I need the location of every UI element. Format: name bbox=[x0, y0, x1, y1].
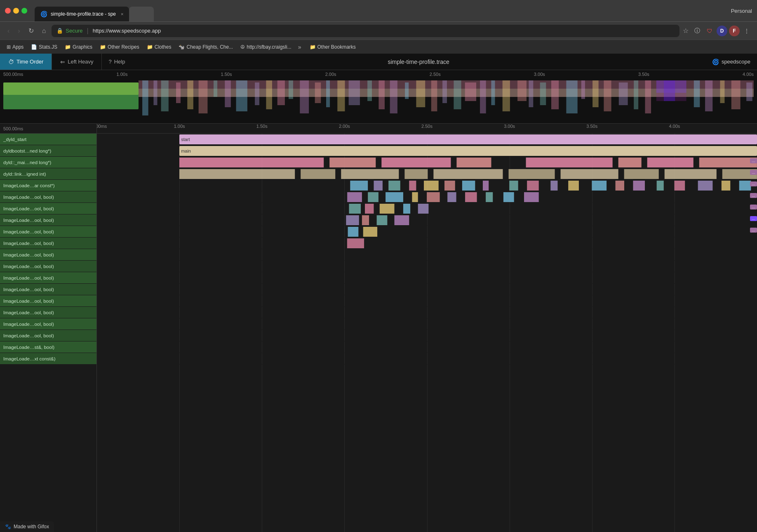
forward-button[interactable]: › bbox=[15, 26, 22, 36]
flame-label-row-5[interactable]: ImageLoade…ool, bool) bbox=[0, 191, 96, 203]
row4-svg bbox=[344, 181, 757, 191]
refresh-button[interactable]: ↻ bbox=[26, 25, 36, 36]
bookmark-apps[interactable]: ⊞ Apps bbox=[3, 42, 27, 52]
fc-row-9[interactable] bbox=[97, 238, 757, 249]
row6-svg bbox=[344, 204, 757, 214]
fc-row-19[interactable] bbox=[97, 353, 757, 365]
more-bookmarks-button[interactable]: » bbox=[296, 42, 304, 52]
bookmark-flights[interactable]: 🐄 Cheap Flights, Che... bbox=[175, 42, 236, 52]
fc-row-3[interactable]: … bbox=[97, 168, 757, 180]
bookmark-craigslist[interactable]: ☮ http://sfbay.craigsli... bbox=[237, 42, 295, 52]
flame-label-row-2[interactable]: dyld::_mai…ned long*) bbox=[0, 157, 96, 168]
row-label-17: ImageLoade…ool, bool) bbox=[3, 333, 54, 338]
flame-label-row-16[interactable]: ImageLoade…ool, bool) bbox=[0, 318, 96, 330]
fc-row-10[interactable] bbox=[97, 249, 757, 261]
flame-label-row-13[interactable]: ImageLoade…ool, bool) bbox=[0, 284, 96, 295]
flame-label-row-4[interactable]: ImageLoade…ar const*) bbox=[0, 180, 96, 191]
ruler-tick-15s: 1.50s bbox=[221, 72, 232, 77]
flame-label-row-6[interactable]: ImageLoade…ool, bool) bbox=[0, 203, 96, 214]
profile-f-icon[interactable]: F bbox=[729, 26, 740, 36]
fc-row-0[interactable]: start bbox=[97, 134, 757, 145]
fc-row-13[interactable] bbox=[97, 284, 757, 295]
flame-label-row-9[interactable]: ImageLoade…ool, bool) bbox=[0, 238, 96, 249]
ruler-tick-4s: 4.00s bbox=[743, 72, 754, 77]
gifox-label: Made with Gifox bbox=[14, 524, 49, 530]
fc-row-12[interactable] bbox=[97, 272, 757, 284]
row-label-14: ImageLoade…ool, bool) bbox=[3, 299, 54, 304]
profile-d-icon[interactable]: D bbox=[717, 26, 727, 36]
tab-close-button[interactable]: × bbox=[121, 12, 123, 16]
flame-label-row-19[interactable]: ImageLoade…xt const&) bbox=[0, 353, 96, 365]
flame-label-row-17[interactable]: ImageLoade…ool, bool) bbox=[0, 330, 96, 341]
block-start[interactable]: start bbox=[179, 134, 757, 144]
info-icon[interactable]: ⓘ bbox=[692, 26, 703, 36]
minimize-button[interactable] bbox=[13, 8, 19, 14]
back-button[interactable]: ‹ bbox=[5, 26, 12, 36]
flame-label-row-18[interactable]: ImageLoade…st&, bool) bbox=[0, 341, 96, 353]
fc-row-1[interactable]: main bbox=[97, 145, 757, 157]
bookmark-statsjs-label: Stats.JS bbox=[39, 44, 57, 50]
svg-rect-26 bbox=[442, 80, 447, 103]
fc-row-11[interactable] bbox=[97, 261, 757, 272]
svg-rect-27 bbox=[454, 80, 461, 109]
home-button[interactable]: ⌂ bbox=[40, 26, 49, 36]
flame-label-row-0[interactable]: _dyld_start bbox=[0, 134, 96, 145]
fc-row-14[interactable] bbox=[97, 295, 757, 307]
flame-label-row-7[interactable]: ImageLoade…ool, bool) bbox=[0, 214, 96, 226]
close-button[interactable] bbox=[5, 8, 11, 14]
flame-label-row-15[interactable]: ImageLoade…ool, bool) bbox=[0, 307, 96, 318]
maximize-button[interactable] bbox=[21, 8, 27, 14]
speedscope-app: ⏱ Time Order ⇐ Left Heavy ? Help simple-… bbox=[0, 54, 757, 532]
mini-timeline[interactable]: 500.00ms 1.00s 1.50s 2.00s 2.50s 3.00s 3… bbox=[0, 70, 757, 124]
row6-ellipsis[interactable]: … bbox=[750, 205, 757, 210]
address-input[interactable]: 🔒 Secure | https://www.speedscope.app bbox=[52, 25, 679, 37]
fc-row-7[interactable]: … bbox=[97, 214, 757, 226]
time-order-tab[interactable]: ⏱ Time Order bbox=[0, 54, 52, 70]
menu-icon[interactable]: ⋮ bbox=[741, 26, 752, 36]
bookmark-other-folder[interactable]: 📁 Other Bookmarks bbox=[306, 42, 359, 52]
svg-rect-75 bbox=[462, 181, 475, 191]
flame-label-row-1[interactable]: dyldbootst…ned long*) bbox=[0, 145, 96, 157]
svg-rect-56 bbox=[618, 158, 642, 167]
block-main[interactable]: main bbox=[179, 146, 757, 156]
fc-row-4[interactable]: … bbox=[97, 180, 757, 191]
flame-label-row-12[interactable]: ImageLoade…ool, bool) bbox=[0, 272, 96, 284]
fc-row-16[interactable] bbox=[97, 318, 757, 330]
svg-rect-88 bbox=[739, 181, 751, 191]
bookmark-clothes[interactable]: 📁 Clothes bbox=[143, 42, 175, 52]
row8-ellipsis[interactable]: … bbox=[750, 228, 757, 233]
shield-icon[interactable]: 🛡 bbox=[704, 26, 715, 36]
svg-rect-101 bbox=[380, 204, 395, 214]
fc-row-6[interactable]: … bbox=[97, 203, 757, 214]
inactive-tab[interactable] bbox=[129, 7, 154, 21]
flame-label-row-14[interactable]: ImageLoade…ool, bool) bbox=[0, 295, 96, 307]
fc-row-8[interactable]: … bbox=[97, 226, 757, 238]
flame-chart-canvas[interactable]: 500.00ms 1.00s 1.50s 2.00s 2.50s 3.00s 3… bbox=[97, 124, 757, 532]
active-tab[interactable]: 🌀 simple-time-profile.trace - spe × bbox=[35, 7, 129, 21]
row7-ellipsis[interactable]: … bbox=[750, 216, 757, 221]
fc-row-18[interactable] bbox=[97, 341, 757, 353]
svg-rect-14 bbox=[289, 80, 293, 99]
flame-label-row-3[interactable]: dyld::link…igned int) bbox=[0, 168, 96, 180]
row8-svg bbox=[344, 227, 757, 237]
ruler-tick-3s: 3.00s bbox=[534, 72, 545, 77]
bookmark-star-button[interactable]: ☆ bbox=[683, 27, 689, 35]
fc-row-17[interactable] bbox=[97, 330, 757, 341]
fc-row-5[interactable]: … bbox=[97, 191, 757, 203]
flame-label-row-10[interactable]: ImageLoade…ool, bool) bbox=[0, 249, 96, 261]
left-heavy-tab[interactable]: ⇐ Left Heavy bbox=[52, 54, 102, 70]
row4-ellipsis[interactable]: … bbox=[750, 181, 757, 186]
flame-label-row-8[interactable]: ImageLoade…ool, bool) bbox=[0, 226, 96, 238]
row2-ellipsis[interactable]: … bbox=[750, 158, 757, 163]
svg-rect-65 bbox=[561, 169, 618, 179]
fc-row-2[interactable]: … bbox=[97, 157, 757, 168]
bookmark-graphics[interactable]: 📁 Graphics bbox=[61, 42, 96, 52]
svg-rect-22 bbox=[390, 80, 397, 113]
flame-label-row-11[interactable]: ImageLoade…ool, bool) bbox=[0, 261, 96, 272]
fc-row-15[interactable] bbox=[97, 307, 757, 318]
bookmark-statsjs[interactable]: 📄 Stats.JS bbox=[28, 42, 61, 52]
row3-ellipsis[interactable]: … bbox=[750, 170, 757, 175]
row5-ellipsis[interactable]: … bbox=[750, 193, 757, 198]
bookmark-other-recipes[interactable]: 📁 Other Recipes bbox=[96, 42, 143, 52]
help-tab[interactable]: ? Help bbox=[102, 59, 132, 65]
